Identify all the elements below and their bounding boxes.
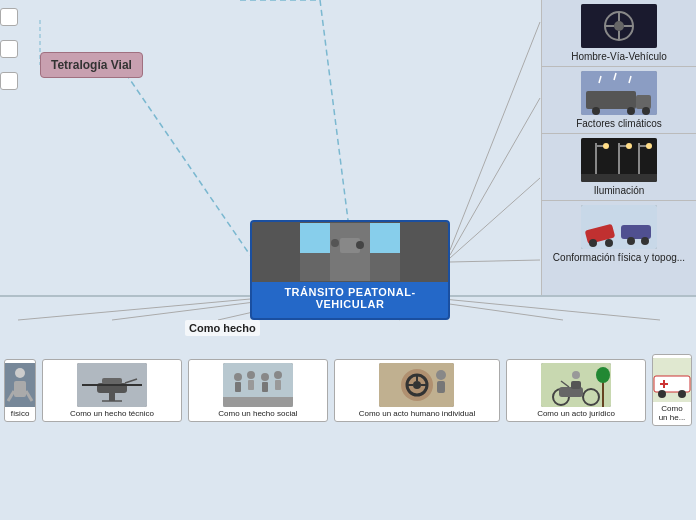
rp-label-1: Hombre-Vía-Vehículo (571, 51, 667, 62)
rp-item-3[interactable]: Iluminación (542, 134, 696, 201)
bottom-img-individual (379, 363, 454, 407)
bottom-img-social (223, 363, 293, 407)
svg-point-18 (331, 239, 339, 247)
rp-img-2 (581, 71, 657, 115)
rp-img-1 (581, 4, 657, 48)
bottom-node-juridico[interactable]: Como un acto jurídico (506, 359, 646, 422)
svg-point-31 (627, 107, 635, 115)
bottom-img-tecnico (77, 363, 147, 407)
svg-rect-89 (571, 381, 581, 389)
svg-point-50 (589, 239, 597, 247)
rp-label-2: Factores climáticos (576, 118, 662, 129)
svg-rect-84 (437, 381, 445, 393)
rp-img-4 (581, 205, 657, 249)
bottom-nodes-row: físico Como un hecho técnico (0, 345, 696, 435)
svg-point-51 (605, 239, 613, 247)
svg-rect-64 (109, 393, 115, 401)
svg-rect-72 (262, 382, 268, 392)
svg-point-42 (626, 143, 632, 149)
svg-line-4 (450, 178, 540, 258)
svg-point-53 (641, 237, 649, 245)
tetralogy-label: Tetralogía Vial (51, 58, 132, 72)
bottom-node-tecnico[interactable]: Como un hecho técnico (42, 359, 182, 422)
bottom-node-partial-right[interactable]: Como un he... (652, 354, 692, 426)
left-node-3 (0, 72, 18, 90)
bottom-node-fisico[interactable]: físico (4, 359, 36, 422)
bottom-label-partial-right: Como un he... (656, 404, 688, 422)
right-panel: Hombre-Vía-Vehículo Factor (541, 0, 696, 295)
bottom-label-fisico: físico (11, 409, 30, 418)
svg-point-83 (436, 370, 446, 380)
central-node[interactable]: TRÁNSITO PEATONAL-VEHICULAR (250, 220, 450, 320)
svg-rect-68 (235, 382, 241, 392)
svg-line-3 (450, 98, 540, 255)
svg-rect-46 (581, 174, 657, 182)
svg-point-99 (658, 390, 666, 398)
svg-point-69 (247, 371, 255, 379)
svg-point-100 (678, 390, 686, 398)
svg-rect-74 (275, 380, 281, 390)
svg-point-79 (413, 381, 421, 389)
svg-line-12 (320, 0, 348, 220)
central-node-image (252, 222, 448, 282)
bottom-node-individual[interactable]: Como un acto humano individual (334, 359, 500, 422)
svg-point-93 (596, 367, 610, 383)
tetralogy-vial-node[interactable]: Tetralogía Vial (40, 52, 143, 78)
left-node-2 (0, 40, 18, 58)
central-node-label: TRÁNSITO PEATONAL-VEHICULAR (252, 282, 448, 312)
bottom-node-social[interactable]: Como un hecho social (188, 359, 328, 422)
bottom-img-partial-right (652, 358, 692, 402)
svg-rect-56 (14, 381, 26, 397)
svg-line-5 (450, 260, 540, 262)
rp-item-4[interactable]: Conformación física y topog... (542, 201, 696, 267)
bottom-label-tecnico: Como un hecho técnico (70, 409, 154, 418)
rp-img-3 (581, 138, 657, 182)
svg-point-52 (627, 237, 635, 245)
svg-line-0 (120, 65, 250, 255)
svg-rect-49 (621, 225, 651, 239)
svg-point-45 (646, 143, 652, 149)
svg-point-91 (572, 371, 580, 379)
bottom-img-juridico (541, 363, 611, 407)
svg-point-32 (642, 107, 650, 115)
bottom-label-juridico: Como un acto jurídico (537, 409, 615, 418)
svg-point-73 (274, 371, 282, 379)
bottom-label-social: Como un hecho social (218, 409, 297, 418)
rp-item-1[interactable]: Hombre-Vía-Vehículo (542, 0, 696, 67)
svg-point-22 (614, 21, 624, 31)
rp-label-3: Iluminación (594, 185, 645, 196)
svg-point-55 (15, 368, 25, 378)
svg-rect-28 (586, 91, 636, 109)
svg-point-19 (356, 241, 364, 249)
left-node-1 (0, 8, 18, 26)
svg-rect-70 (248, 380, 254, 390)
svg-rect-29 (636, 95, 651, 109)
mindmap-area: Tetralogía Vial TRÁNSITO PEATONAL-VEHICU… (0, 0, 696, 520)
rp-label-4: Conformación física y topog... (553, 252, 685, 263)
bottom-label-individual: Como un acto humano individual (359, 409, 476, 418)
svg-rect-95 (654, 376, 690, 392)
svg-point-71 (261, 373, 269, 381)
como-hecho-label: Como hecho (185, 320, 260, 336)
rp-item-2[interactable]: Factores climáticos (542, 67, 696, 134)
svg-point-67 (234, 373, 242, 381)
svg-line-2 (450, 22, 540, 250)
svg-rect-75 (223, 397, 293, 407)
svg-point-39 (603, 143, 609, 149)
svg-rect-61 (102, 378, 122, 384)
svg-point-30 (592, 107, 600, 115)
bottom-img-fisico (4, 363, 36, 407)
